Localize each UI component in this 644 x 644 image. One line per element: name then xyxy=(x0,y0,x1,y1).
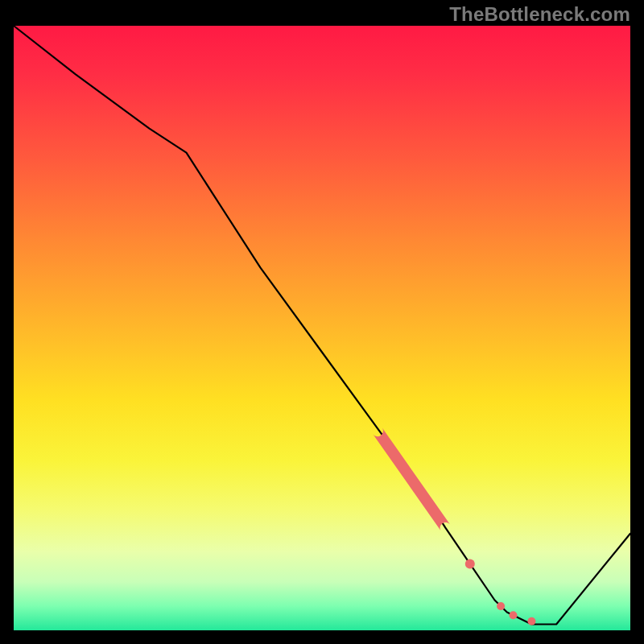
bottleneck-curve xyxy=(14,26,630,625)
chart-svg xyxy=(14,26,630,630)
marker-dense-band xyxy=(373,427,450,530)
marker-dot-2 xyxy=(497,602,505,610)
marker-dot-3 xyxy=(510,611,518,619)
marker-dot-4 xyxy=(527,617,535,625)
marker-dots xyxy=(465,559,536,625)
chart-frame: TheBottleneck.com xyxy=(0,0,644,644)
marker-dot-1 xyxy=(465,559,475,568)
watermark-text: TheBottleneck.com xyxy=(449,3,630,26)
